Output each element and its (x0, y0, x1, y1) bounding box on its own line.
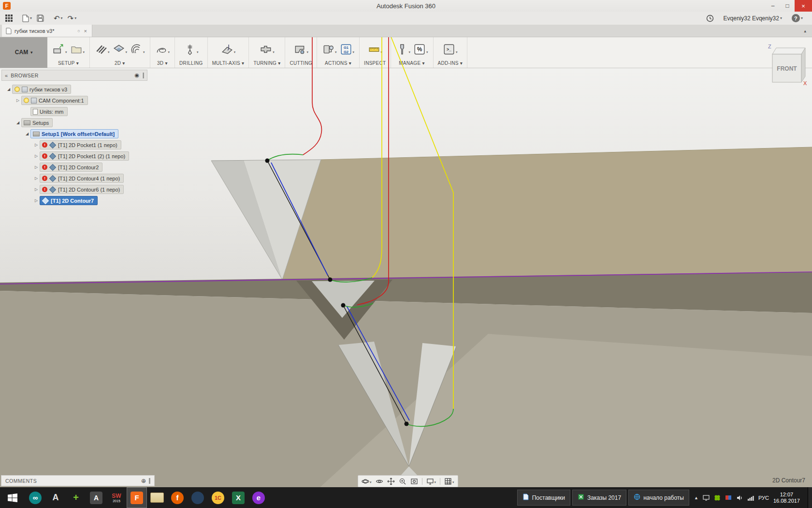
expand-comments-icon[interactable]: ⊕ (141, 478, 146, 484)
gpu-tray-icon[interactable] (714, 494, 721, 501)
browser-item[interactable]: ![T1] 2D Contour6 (1 перо) (40, 185, 124, 194)
language-indicator[interactable]: РУС (758, 495, 769, 501)
ribbon-tool-addins-icon[interactable]: >_▾ (442, 43, 458, 56)
ribbon-tool-multiaxis-icon[interactable]: ▾ (220, 43, 236, 56)
orbit-button[interactable]: ▾ (360, 477, 373, 486)
redo-button[interactable]: ↷ ▾ (65, 13, 79, 24)
file-menu-button[interactable]: ▾ (20, 14, 34, 23)
undo-button[interactable]: ↶ ▾ (51, 13, 65, 24)
panel-options-icon[interactable]: ◉ (134, 72, 139, 78)
collapsed-expander-icon[interactable]: ▷ (14, 98, 21, 103)
browser-row-setups[interactable]: ◢Setups (1, 117, 147, 128)
collapsed-expander-icon[interactable]: ▷ (33, 165, 40, 169)
browser-item[interactable]: Setup1 [Work offset=Default] (30, 129, 118, 138)
ribbon-group-label[interactable]: 2D ▾ (94, 59, 145, 66)
ribbon-group-label[interactable]: 3D ▾ (155, 59, 171, 66)
browser-item[interactable]: CAM Component:1 (21, 96, 88, 105)
browser-row-cam-component-1[interactable]: ▷CAM Component:1 (1, 95, 147, 106)
browser-item[interactable]: ![T1] 2D Contour4 (1 перо) (40, 174, 124, 183)
tab-close-icon[interactable]: × (83, 28, 88, 34)
maximize-button[interactable]: □ (780, 0, 795, 12)
job-status-button[interactable] (704, 14, 716, 23)
ribbon-tool-contour-icon[interactable]: ▾ (130, 43, 145, 56)
browser-row-губки-тисков-v3[interactable]: ◢губки тисков v3 (1, 84, 147, 95)
ribbon-tool-pocket-icon[interactable]: ▾ (112, 43, 128, 56)
ribbon-group-label[interactable]: DRILLING (179, 59, 203, 66)
expanded-expander-icon[interactable]: ◢ (14, 120, 21, 125)
taskbar-window-начало-работы[interactable]: начало работы (628, 490, 689, 506)
browser-item[interactable]: ![T1] 2D Pocket1 (1 перо) (40, 140, 121, 149)
ribbon-group-label[interactable]: SETUP ▾ (52, 59, 85, 66)
browser-item[interactable]: губки тисков v3 (12, 85, 71, 94)
ribbon-group-label[interactable]: TURNING ▾ (253, 59, 280, 66)
taskbar-app-solidworks[interactable]: SW2015 (106, 487, 127, 508)
network-tray-icon[interactable] (747, 494, 754, 501)
collapsed-expander-icon[interactable]: ▷ (33, 198, 40, 203)
browser-item[interactable]: Units: mm (30, 107, 68, 116)
grid-layout-button[interactable]: ▾ (443, 477, 456, 486)
browser-row--t1-2d-contour7[interactable]: ▷[T1] 2D Contour7 (1, 195, 147, 206)
collapsed-expander-icon[interactable]: ▷ (33, 187, 40, 192)
collapse-panel-icon[interactable]: « (5, 73, 8, 78)
browser-row-units-mm[interactable]: Units: mm (1, 106, 147, 117)
volume-tray-icon[interactable] (736, 494, 743, 501)
show-desktop-button[interactable] (808, 487, 812, 508)
taskbar-app-purple-e[interactable]: e (248, 487, 269, 508)
ribbon-tool-toollib-icon[interactable]: ▾ (395, 43, 411, 56)
save-button[interactable] (34, 14, 46, 23)
browser-row--t1-2d-contour6-1-перо-[interactable]: ▷![T1] 2D Contour6 (1 перо) (1, 184, 147, 195)
taskbar-app-editor-a[interactable]: A (86, 487, 106, 508)
document-tab-active[interactable]: губки тисков v3* ○ × (2, 25, 92, 37)
collapsed-expander-icon[interactable]: ▷ (33, 176, 40, 180)
look-at-button[interactable] (374, 477, 385, 486)
ribbon-group-label[interactable]: ADD-INS ▾ (438, 59, 463, 66)
display-settings-button[interactable]: ▾ (425, 477, 438, 486)
taskbar-app-fusion-360[interactable]: F (127, 487, 147, 508)
browser-row--t1-2d-pocket1-1-перо-[interactable]: ▷![T1] 2D Pocket1 (1 перо) (1, 139, 147, 150)
taskbar-app-firefox[interactable]: f (167, 487, 188, 508)
taskbar-clock[interactable]: 12:07 16.08.2017 (773, 492, 803, 504)
pan-button[interactable] (386, 477, 396, 486)
hidden-icons-button[interactable]: ▲ (694, 495, 698, 500)
taskbar-app-cad-a[interactable]: A (45, 487, 66, 508)
collapse-toolbar-icon[interactable]: ▴ (798, 29, 812, 33)
ribbon-tool-postprocess-icon[interactable]: ▾ (321, 43, 337, 56)
taskbar-window-поставщики[interactable]: Поставщики (517, 490, 570, 506)
comments-grip[interactable] (149, 478, 150, 484)
ribbon-group-label[interactable]: CUTTING (290, 59, 312, 66)
taskbar-app-excel[interactable]: X (228, 487, 248, 508)
comments-bar[interactable]: COMMENTS ⊕ (1, 475, 155, 486)
taskbar-app-1c-enterprise[interactable]: 1С (208, 487, 228, 508)
taskbar-app-file-manager[interactable] (147, 487, 167, 508)
taskbar-app-dark-browser[interactable] (188, 487, 208, 508)
zoom-button[interactable] (397, 477, 408, 486)
expanded-expander-icon[interactable]: ◢ (5, 87, 12, 91)
browser-panel-header[interactable]: « BROWSER ◉ (1, 70, 147, 81)
ribbon-tool-gcode-icon[interactable]: G1G2▾ (339, 43, 355, 56)
taskbar-window-заказы-2017[interactable]: Заказы 2017 (572, 490, 626, 506)
ribbon-tool-percent-icon[interactable]: %▾ (413, 43, 429, 56)
panel-grip[interactable] (142, 73, 144, 78)
ribbon-tool-drill-icon[interactable]: ▾ (183, 43, 199, 56)
ribbon-group-label[interactable]: MULTI-AXIS ▾ (212, 59, 245, 66)
browser-item[interactable]: ![T1] 2D Contour2 (40, 163, 102, 172)
taskbar-app-arduino[interactable]: ∞ (25, 487, 45, 508)
taskbar-app-green-tool[interactable]: + (66, 487, 86, 508)
ribbon-tool-cutting-icon[interactable]: ▾ (293, 43, 309, 56)
user-account-menu[interactable]: Evqeniy32 Evqeniy32 ▾ (721, 14, 784, 23)
browser-row--t1-2d-contour2[interactable]: ▷![T1] 2D Contour2 (1, 162, 147, 173)
ribbon-group-label[interactable]: MANAGE ▾ (395, 59, 429, 66)
ribbon-tool-adaptive-icon[interactable]: ▾ (155, 43, 171, 56)
ribbon-group-label[interactable]: INSPECT (364, 59, 386, 66)
help-menu-button[interactable]: ? ▾ (789, 13, 805, 23)
ribbon-tool-setup-icon[interactable]: ▾ (52, 43, 68, 56)
fit-button[interactable] (409, 477, 420, 486)
minimize-button[interactable]: – (766, 0, 780, 12)
app-grid-menu-button[interactable] (3, 14, 15, 23)
workspace-switcher[interactable]: CAM ▾ (0, 37, 47, 68)
browser-row--t1-2d-pocket1-2-1-перо-[interactable]: ▷![T1] 2D Pocket1 (2) (1 перо) (1, 150, 147, 162)
browser-item[interactable]: [T1] 2D Contour7 (40, 196, 98, 205)
start-button[interactable] (0, 487, 25, 508)
browser-item[interactable]: ![T1] 2D Pocket1 (2) (1 перо) (40, 151, 129, 161)
ribbon-tool-turning-icon[interactable]: ▾ (259, 43, 275, 56)
